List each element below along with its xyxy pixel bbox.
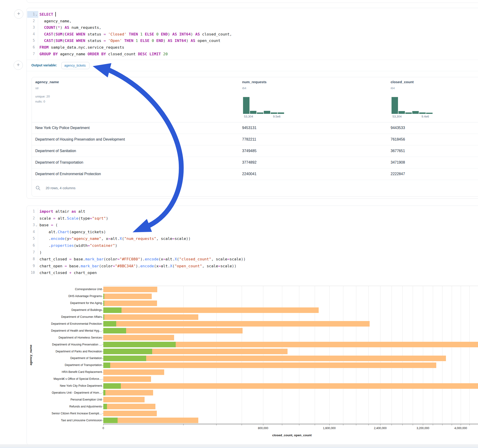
code-line[interactable]: 6 .properties(width="container") (27, 242, 478, 249)
row-count-label: 20 rows, 4 columns (46, 180, 75, 196)
bar-closed-count[interactable] (103, 294, 152, 299)
bar-closed-count[interactable] (103, 404, 155, 409)
table-row[interactable]: New York City Police Department945313194… (32, 122, 478, 134)
code-line[interactable]: 5 .encode(y="agency_name", x=alt.X("num_… (27, 235, 478, 242)
bar-open-count[interactable] (103, 362, 110, 368)
y-tick (102, 310, 103, 311)
bar-open-count[interactable] (103, 417, 118, 423)
bar-open-count[interactable] (103, 390, 105, 395)
table-row[interactable]: Department of Sanitation37494853677651 (32, 145, 478, 157)
line-number: 7 (27, 51, 35, 57)
y-tick (102, 406, 103, 407)
bar-open-count[interactable] (103, 356, 146, 361)
table-row[interactable]: Department of Environmental Protection22… (32, 168, 478, 180)
histogram-bar (398, 111, 405, 114)
histogram-bar (419, 112, 426, 114)
add-cell-button-middle[interactable]: + (14, 61, 23, 70)
bar-open-count[interactable] (103, 349, 152, 354)
histogram-bar (426, 113, 433, 114)
bar-open-count[interactable] (103, 294, 104, 299)
x-tick (391, 424, 392, 425)
gridline (402, 286, 403, 424)
table-cell: 9443533 (391, 122, 405, 134)
histogram-bar (264, 111, 270, 114)
bar-closed-count[interactable] (103, 390, 153, 395)
bar-closed-count[interactable] (103, 376, 151, 382)
code-line[interactable]: 2 agency_name, (27, 18, 478, 25)
table-cell: 3677651 (391, 145, 405, 157)
y-tick (102, 331, 103, 331)
code-line[interactable]: 1import altair as alt (27, 208, 478, 215)
column-header[interactable]: closed_count (391, 80, 414, 84)
code-fold-chevron-icon[interactable]: ⌄ (36, 222, 39, 228)
gridline (282, 286, 282, 424)
bar-open-count[interactable] (103, 328, 126, 333)
bar-closed-count[interactable] (103, 356, 446, 361)
search-icon[interactable] (36, 186, 41, 191)
bar-closed-count[interactable] (103, 321, 370, 327)
code-line[interactable]: 4 alt.Chart(agency_tickets) (27, 229, 478, 235)
column-header[interactable]: agency_name (35, 80, 59, 84)
histogram-bar (271, 112, 277, 114)
histogram-bar (412, 111, 419, 114)
bar-closed-count[interactable] (103, 307, 319, 313)
x-tick (413, 424, 413, 425)
bar-closed-count[interactable] (103, 314, 198, 320)
code-line[interactable]: 7) (27, 249, 478, 256)
y-axis-label: Personal Exemption Unit (33, 398, 102, 401)
code-line[interactable]: 7GROUP BY agency_name ORDER BY closed_co… (27, 51, 478, 57)
add-cell-button-top[interactable]: + (14, 9, 23, 19)
bar-open-count[interactable] (103, 383, 121, 389)
y-tick (102, 386, 103, 386)
table-row[interactable]: Department of Housing Preservation and D… (32, 134, 478, 145)
column-header[interactable]: num_requests (242, 80, 267, 84)
y-tick (102, 351, 103, 352)
bar-closed-count[interactable] (103, 397, 145, 402)
bar-closed-count[interactable] (103, 362, 436, 368)
y-axis-label: Correspondence Unit (33, 288, 102, 291)
bar-open-count[interactable] (103, 321, 116, 327)
bar-open-count[interactable] (103, 404, 107, 409)
bar-open-count[interactable] (103, 314, 104, 320)
code-line[interactable]: 1⌄SELECT (27, 11, 478, 18)
code-line[interactable]: 8chart_closed = base.mark_bar(color="#FF… (27, 256, 478, 262)
bar-closed-count[interactable] (103, 335, 174, 340)
gridline (391, 286, 392, 424)
code-line[interactable]: 10chart_closed + chart_open (27, 269, 478, 276)
code-line[interactable]: 2scale = alt.Scale(type="sqrt") (27, 215, 478, 222)
line-number: 1 (27, 208, 35, 215)
table-cell: Department of Housing Preservation and D… (35, 134, 125, 145)
output-variable-pill[interactable]: agency_tickets (61, 62, 89, 69)
y-axis-label: New York City Police Department (33, 384, 102, 387)
table-cell: 9453131 (242, 122, 256, 134)
y-tick (102, 358, 103, 359)
bar-open-count[interactable] (103, 307, 121, 313)
gridline (343, 286, 343, 424)
code-line[interactable]: 3 COUNT(*) AS num_requests, (27, 24, 478, 31)
code-line[interactable]: 4 CAST(SUM(CASE WHEN status = 'Closed' T… (27, 31, 478, 37)
page-band (0, 444, 478, 447)
code-line[interactable]: 5 CAST(SUM(CASE WHEN status = 'Open' THE… (27, 37, 478, 44)
bar-closed-count[interactable] (103, 411, 157, 416)
y-tick (102, 289, 103, 290)
x-tick (442, 424, 442, 425)
bar-closed-count[interactable] (103, 369, 164, 375)
bar-closed-count[interactable] (103, 300, 157, 306)
code-fold-chevron-icon[interactable]: ⌄ (36, 11, 39, 18)
bar-open-count[interactable] (103, 300, 104, 306)
output-variable-label: Output variable: (31, 62, 57, 69)
gridline (413, 286, 413, 424)
y-tick (102, 303, 103, 304)
table-row[interactable]: Department of Transportation377489234719… (32, 157, 478, 168)
table-cell: 7618456 (391, 134, 405, 145)
bar-closed-count[interactable] (103, 383, 478, 389)
code-line[interactable]: 9chart_open = base.mark_bar(color="#8BC3… (27, 263, 478, 269)
table-cell: 3749485 (242, 145, 256, 157)
code-line[interactable]: 3⌄base = ( (27, 222, 478, 228)
sql-cell: 1⌄SELECT2 agency_name,3 COUNT(*) AS num_… (26, 8, 478, 199)
bar-closed-count[interactable] (103, 287, 157, 292)
bar-open-count[interactable] (103, 342, 176, 347)
column-histogram (243, 97, 284, 114)
line-number: 5 (27, 37, 35, 44)
code-line[interactable]: 6FROM sample_data.nyc.service_requests (27, 44, 478, 51)
